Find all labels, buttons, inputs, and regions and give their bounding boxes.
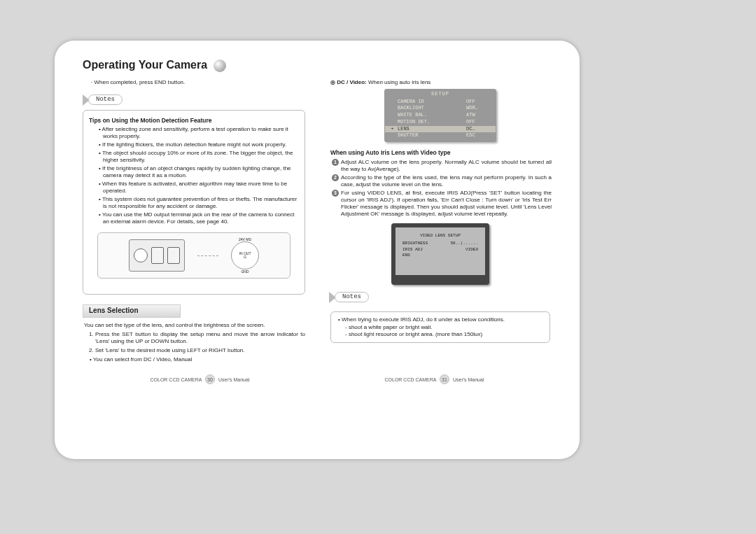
monitor-key: IRIS ADJ — [402, 247, 423, 253]
circled-number-icon: 2 — [332, 174, 339, 181]
tip-item: The object should occupy 10% or more of … — [99, 150, 299, 164]
osd-val: OFF — [466, 99, 490, 105]
footer-label: User's Manual — [218, 377, 250, 382]
notes-header-right: Notes — [329, 292, 369, 303]
auto-iris-item: 3 For using VIDEO LENS, at first, execut… — [332, 190, 552, 218]
monitor-row: IRIS ADJVIDEO — [400, 247, 481, 253]
chapter-title: Operating Your Camera — [83, 59, 207, 71]
lens-step: Set 'Lens' to the desired mode using LEF… — [95, 347, 305, 354]
notes-sub-1: - shoot a white paper or bright wall. — [338, 324, 542, 331]
auto-iris-items: 1 Adjust ALC volume on the lens properly… — [329, 159, 552, 218]
osd-key: CAMERA ID — [398, 99, 466, 105]
monitor-val: VIDEO — [465, 247, 478, 253]
osd-val: WDR… — [466, 105, 490, 111]
notes-sub-2: - shoot light resource or bright area. (… — [338, 331, 542, 338]
lens-options-note: • You can select from DC / Video, Manual — [83, 356, 305, 363]
osd-key: SHUTTER — [398, 132, 466, 139]
notes-main: • When trying to execute IRIS ADJ, do it… — [338, 316, 542, 323]
osd-title: SETUP — [385, 90, 496, 99]
right-notes-box: • When trying to execute IRIS ADJ, do it… — [330, 311, 550, 343]
auto-iris-item: 2 According to the type of the lens used… — [332, 174, 552, 188]
auto-iris-text: According to the type of the lens used, … — [341, 174, 552, 188]
osd-key: BACKLIGHT — [398, 105, 466, 111]
jack-label-top: 24V MD — [231, 237, 259, 241]
dc-video-tag: ◎ DC / Video: — [330, 79, 367, 85]
tip-item: You can use the MD output terminal jack … — [99, 211, 299, 225]
dashed-connector-icon — [197, 255, 218, 256]
osd-row: BACKLIGHTWDR… — [385, 105, 496, 112]
tips-box: Tips on Using the Motion Detection Featu… — [83, 110, 305, 295]
terminal-block-icon — [167, 247, 180, 264]
osd-key: MOTION DET. — [398, 119, 466, 125]
manual-page-spread: Operating Your Camera · When completed, … — [55, 41, 580, 459]
page-number-left: 30 — [205, 374, 215, 384]
monitor-screen: VIDEO LENS SETUP BRIGHTNESS50..|...... I… — [391, 223, 489, 285]
cursor-arrow-icon: ➔ — [391, 126, 398, 132]
osd-key: LENS — [398, 126, 466, 132]
lens-steps: Press the SET button to display the setu… — [83, 331, 305, 354]
page-number-right: 31 — [440, 374, 449, 384]
jack-circle-icon: IN OUT G — [231, 241, 259, 269]
chapter-header: Operating Your Camera — [83, 59, 552, 72]
monitor-title: VIDEO LENS SETUP — [400, 233, 481, 239]
notes-label: Notes — [335, 292, 369, 302]
monitor-row: BRIGHTNESS50..|...... — [400, 241, 481, 247]
page-footer: COLOR CCD CAMERA 30 User's Manual COLOR … — [83, 374, 552, 384]
md-jack-detail: 24V MD IN OUT G GND — [231, 237, 259, 274]
dc-video-rest: When using auto iris lens — [367, 79, 431, 85]
osd-key: WHITE BAL. — [398, 112, 466, 118]
lens-step: Press the SET button to display the setu… — [95, 331, 305, 345]
footer-brand: COLOR CCD CAMERA — [150, 377, 202, 382]
chapter-orb-icon — [214, 59, 226, 72]
circled-number-icon: 1 — [332, 159, 339, 166]
footer-brand: COLOR CCD CAMERA — [385, 377, 437, 382]
osd-val: ESC — [466, 132, 490, 139]
tip-item: If the lighting flickers, the motion det… — [99, 141, 299, 148]
footer-left: COLOR CCD CAMERA 30 User's Manual — [150, 374, 250, 384]
lens-selection-header: Lens Selection — [83, 304, 181, 318]
osd-val: DC… — [466, 126, 490, 132]
rear-panel-diagram: 24V MD IN OUT G GND — [97, 232, 290, 279]
notes-label: Notes — [88, 94, 122, 105]
dc-video-heading: ◎ DC / Video: When using auto iris lens — [329, 79, 552, 86]
circled-number-icon: 3 — [332, 190, 339, 197]
dial-icon — [134, 248, 148, 262]
auto-iris-text: Adjust ALC volume on the lens properly. … — [341, 159, 552, 173]
footer-right: COLOR CCD CAMERA 31 User's Manual — [385, 374, 484, 384]
tip-item: This system does not guarantee preventio… — [99, 196, 299, 210]
tips-heading: Tips on Using the Motion Detection Featu… — [89, 117, 299, 125]
tips-list: After selecting zone and sensitivity, pe… — [89, 126, 299, 225]
osd-row: SHUTTERESC — [385, 132, 496, 141]
osd-row-selected: ➔LENSDC… — [385, 126, 496, 133]
auto-iris-text: For using VIDEO LENS, at first, execute … — [341, 190, 552, 218]
monitor-key: END — [402, 253, 410, 258]
auto-iris-heading: When using Auto Iris Lens with Video typ… — [329, 149, 552, 157]
tip-item: After selecting zone and sensitivity, pe… — [99, 126, 299, 140]
monitor-val: 50..|...... — [450, 241, 478, 246]
camera-rear-panel-icon — [129, 239, 185, 272]
osd-row: CAMERA IDOFF — [385, 99, 496, 106]
jack-gnd-label: GND — [231, 269, 259, 274]
notes-header-left: Notes — [83, 94, 122, 106]
terminal-block-icon — [151, 247, 164, 264]
two-column-layout: · When completed, press END button. Note… — [83, 79, 552, 363]
monitor-illustration: VIDEO LENS SETUP BRIGHTNESS50..|...... I… — [391, 223, 489, 285]
completion-note: · When completed, press END button. — [83, 79, 305, 86]
osd-setup-menu: SETUP CAMERA IDOFF BACKLIGHTWDR… WHITE B… — [384, 89, 496, 142]
monitor-row: END — [400, 253, 481, 259]
jack-g-label: G — [239, 255, 251, 259]
auto-iris-item: 1 Adjust ALC volume on the lens properly… — [332, 159, 552, 173]
tip-item: When this feature is activated, another … — [99, 181, 299, 195]
lens-intro: You can set the type of the lens, and co… — [83, 322, 305, 329]
osd-val: OFF — [466, 119, 490, 125]
monitor-key: BRIGHTNESS — [402, 241, 428, 246]
right-column: ◎ DC / Video: When using auto iris lens … — [329, 79, 552, 363]
footer-label: User's Manual — [453, 377, 484, 382]
osd-row: WHITE BAL.ATW — [385, 112, 496, 119]
osd-row: MOTION DET.OFF — [385, 119, 496, 126]
left-column: · When completed, press END button. Note… — [83, 79, 305, 363]
tip-item: If the brightness of an object changes r… — [99, 165, 299, 179]
osd-val: ATW — [466, 112, 490, 118]
